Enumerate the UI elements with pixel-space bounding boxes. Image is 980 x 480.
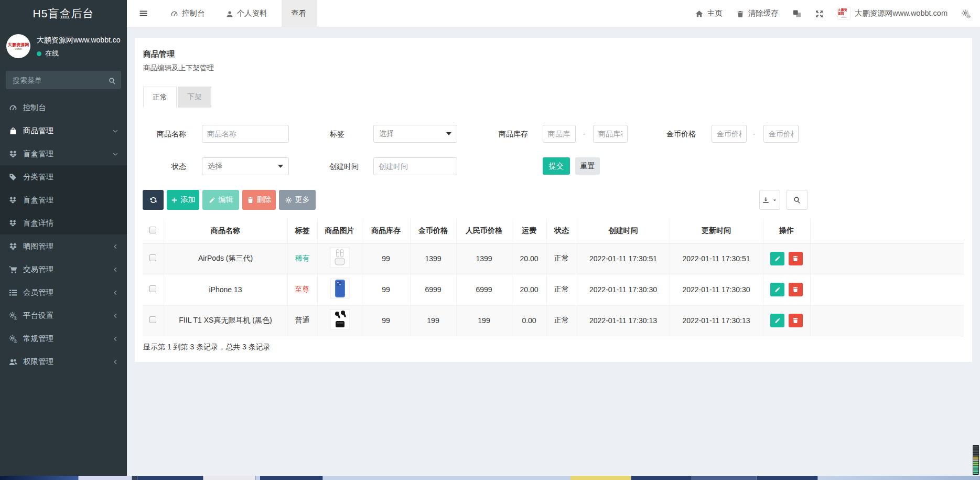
tab-normal[interactable]: 正常: [143, 87, 177, 108]
col-rmb-price: 人民币价格: [456, 219, 512, 243]
col-created: 创建时间: [577, 219, 670, 243]
home-icon: [695, 9, 703, 18]
cart-icon: [9, 264, 23, 273]
chevron-left-icon: [112, 357, 119, 366]
row-delete-button[interactable]: [789, 314, 803, 327]
filter-stock-min-input[interactable]: [543, 125, 576, 143]
sidebar-item-photo-management[interactable]: 晒图管理: [0, 234, 127, 258]
filter-stock-label: 商品库存: [470, 125, 528, 143]
sidebar-item-platform-settings[interactable]: 平台设置: [0, 304, 127, 327]
nav-profile[interactable]: 个人资料: [226, 8, 267, 18]
cell-rmb-price: 1399: [456, 243, 512, 274]
sidebar-item-category-management[interactable]: 分类管理: [0, 165, 127, 188]
search-icon[interactable]: [109, 76, 116, 85]
reset-button[interactable]: 重置: [575, 157, 600, 175]
sidebar-item-blindbox-detail[interactable]: 盲盒详情: [0, 211, 127, 234]
box-icon: [9, 241, 23, 250]
taskbar-window-button[interactable]: [260, 476, 323, 480]
sidebar-item-general-management[interactable]: 常规管理: [0, 327, 127, 350]
sidebar-item-blindbox-sub[interactable]: 盲盒管理: [0, 188, 127, 211]
taskbar-window-button[interactable]: [570, 476, 631, 480]
filter-tag-select[interactable]: 选择: [373, 125, 457, 143]
filter-coin-label: 金币价格: [638, 125, 696, 143]
filter-stock-max-input[interactable]: [593, 125, 628, 143]
filter-coin-max-input[interactable]: [763, 125, 799, 143]
filter-name-label: 商品名称: [144, 125, 186, 143]
filter-name-input[interactable]: [202, 125, 289, 143]
sidebar: H5盲盒后台 大鹏资源网 wobbt 大鹏资源网www.wobbt.com 在线…: [0, 0, 127, 476]
edit-button[interactable]: 编辑: [202, 190, 239, 210]
language-icon[interactable]: [793, 9, 801, 18]
taskbar-window-button[interactable]: [137, 476, 203, 480]
taskbar-window-button[interactable]: [203, 476, 256, 480]
menu-toggle-icon[interactable]: [134, 0, 153, 27]
taskbar-window-button[interactable]: [79, 476, 132, 480]
cell-status: 正常: [546, 305, 577, 336]
row-edit-button[interactable]: [770, 252, 784, 265]
export-button[interactable]: [759, 190, 780, 210]
refresh-button[interactable]: [143, 190, 164, 210]
tab-offshelf[interactable]: 下架: [178, 87, 211, 108]
nav-console[interactable]: 控制台: [170, 8, 205, 18]
gears-icon: [9, 311, 23, 319]
col-ops: 操作: [763, 219, 810, 243]
main-content: 商品管理 商品编辑及上下架管理 正常 下架 商品名称 标签 选择 商品库存 - …: [127, 27, 980, 476]
filter-status-label: 状态: [144, 157, 186, 175]
fullscreen-icon[interactable]: [815, 9, 823, 18]
sidebar-item-goods-management[interactable]: 商品管理: [0, 119, 127, 142]
table-header-row: 商品名称 标签 商品图片 商品库存 金币价格 人民币价格 运费 状态 创建时间 …: [143, 219, 964, 243]
sidebar-item-permission-management[interactable]: 权限管理: [0, 350, 127, 373]
more-button[interactable]: 更多: [279, 190, 316, 210]
sidebar-submenu: 分类管理 盲盒管理 盲盒详情: [0, 165, 127, 234]
cell-created: 2022-01-11 17:30:51: [577, 243, 670, 274]
product-image-airpods[interactable]: [329, 246, 351, 269]
nav-user-dropdown[interactable]: 大鹏资源网 wobbt 大鹏资源网www.wobbt.com: [837, 7, 947, 20]
chevron-down-icon: [112, 150, 119, 158]
row-checkbox[interactable]: [149, 316, 156, 323]
user-avatar: 大鹏资源网 wobbt: [837, 7, 850, 20]
sidebar-item-blindbox-management[interactable]: 盲盒管理: [0, 142, 127, 165]
taskbar-end[interactable]: [818, 476, 980, 480]
taskbar-window-button[interactable]: [132, 476, 137, 480]
taskbar-window-button[interactable]: [631, 476, 692, 480]
gauge-icon: [170, 9, 178, 18]
nav-home[interactable]: 主页: [695, 8, 723, 18]
table-search-button[interactable]: [787, 190, 807, 210]
taskbar-window-button[interactable]: [692, 476, 757, 480]
row-delete-button[interactable]: [789, 252, 803, 265]
tag-badge: 至尊: [295, 285, 310, 293]
filter-created-input[interactable]: [373, 157, 457, 175]
page-subtitle: 商品编辑及上下架管理: [143, 63, 214, 73]
sidebar-item-member-management[interactable]: 会员管理: [0, 281, 127, 304]
settings-gears-icon[interactable]: [962, 8, 971, 18]
sidebar-search-input[interactable]: [6, 71, 121, 89]
taskbar-start[interactable]: [0, 476, 79, 480]
filter-coin-min-input[interactable]: [712, 125, 747, 143]
col-status: 状态: [546, 219, 577, 243]
row-checkbox[interactable]: [149, 285, 156, 292]
delete-button[interactable]: 删除: [242, 190, 276, 210]
sidebar-user-name: 大鹏资源网www.wobbt.com: [37, 36, 121, 45]
trash-icon: [792, 317, 799, 324]
sidebar-user-status: 在线: [37, 49, 121, 58]
taskbar-window-button[interactable]: [757, 476, 818, 480]
filter-status-select[interactable]: 选择: [202, 157, 289, 175]
nav-clear-cache[interactable]: 清除缓存: [737, 8, 779, 18]
add-button[interactable]: 添加: [167, 190, 199, 210]
trash-icon: [737, 9, 744, 17]
app-brand[interactable]: H5盲盒后台: [0, 0, 127, 27]
product-image-fiil-earbuds[interactable]: [329, 308, 351, 331]
row-edit-button[interactable]: [770, 283, 784, 296]
product-image-iphone-13[interactable]: [329, 277, 351, 300]
submit-button[interactable]: 提交: [543, 157, 570, 175]
records-summary: 显示第 1 到第 3 条记录，总共 3 条记录: [143, 343, 271, 352]
select-all-checkbox[interactable]: [149, 227, 156, 233]
row-delete-button[interactable]: [789, 283, 803, 296]
sidebar-item-dashboard[interactable]: 控制台: [0, 96, 127, 119]
sidebar-item-trade-management[interactable]: 交易管理: [0, 258, 127, 281]
caret-down-icon: [772, 198, 777, 202]
row-edit-button[interactable]: [770, 314, 784, 327]
row-checkbox[interactable]: [149, 254, 156, 261]
nav-tab-view[interactable]: 查看: [282, 0, 317, 27]
cell-created: 2022-01-11 17:30:13: [577, 305, 670, 336]
